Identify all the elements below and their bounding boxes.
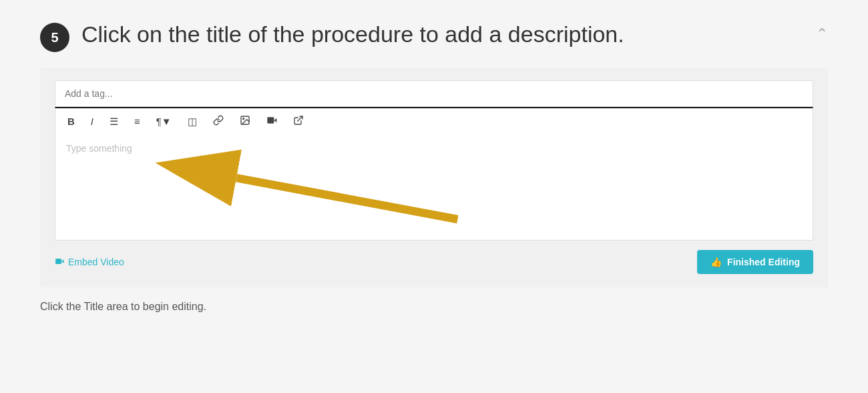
- editor-card: B I ☰ ≡ ¶▼ ◫ Type something: [40, 68, 828, 287]
- bold-button[interactable]: B: [65, 115, 77, 128]
- svg-line-6: [236, 178, 457, 219]
- svg-point-1: [242, 118, 244, 120]
- ordered-list-button[interactable]: ☰: [107, 115, 121, 128]
- editor-placeholder: Type something: [66, 143, 132, 154]
- svg-rect-7: [55, 258, 61, 263]
- step-header: 5 Click on the title of the procedure to…: [40, 20, 828, 52]
- link-button[interactable]: [210, 114, 226, 128]
- table-button[interactable]: ◫: [185, 115, 200, 128]
- paragraph-button[interactable]: ¶▼: [154, 115, 174, 128]
- image-button[interactable]: [237, 114, 253, 128]
- step-title: Click on the title of the procedure to a…: [81, 20, 624, 49]
- svg-marker-8: [61, 259, 64, 263]
- step-badge: 5: [40, 23, 69, 52]
- collapse-button[interactable]: ⌃: [816, 25, 828, 43]
- annotation-arrow: [55, 134, 813, 240]
- video-button[interactable]: [264, 114, 280, 128]
- italic-button[interactable]: I: [88, 115, 96, 128]
- video-camera-icon: [55, 257, 64, 268]
- step-caption: Click the Title area to begin editing.: [40, 301, 828, 313]
- svg-rect-2: [267, 117, 274, 123]
- tag-input-row: [55, 80, 813, 107]
- embed-video-button[interactable]: Embed Video: [55, 257, 124, 268]
- editor-toolbar: B I ☰ ≡ ¶▼ ◫: [55, 107, 813, 134]
- tag-input[interactable]: [65, 88, 803, 99]
- svg-line-4: [297, 116, 302, 121]
- page-container: 5 Click on the title of the procedure to…: [0, 0, 868, 393]
- editor-body[interactable]: Type something: [55, 134, 813, 241]
- svg-marker-3: [274, 118, 276, 123]
- finished-editing-button[interactable]: 👍 Finished Editing: [697, 250, 813, 274]
- editor-footer: Embed Video 👍 Finished Editing: [55, 250, 813, 274]
- thumbs-up-icon: 👍: [710, 257, 722, 267]
- finished-editing-label: Finished Editing: [727, 257, 800, 267]
- embed-video-label: Embed Video: [68, 257, 124, 267]
- external-edit-button[interactable]: [290, 114, 306, 128]
- unordered-list-button[interactable]: ≡: [132, 115, 143, 128]
